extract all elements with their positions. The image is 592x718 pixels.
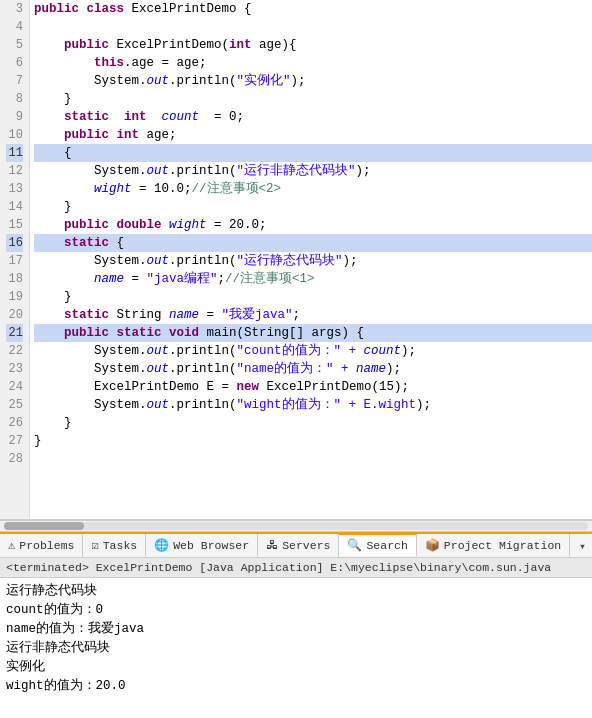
token-normal: System. — [34, 398, 147, 412]
bottom-panel: ⚠Problems☑Tasks🌐Web Browser🖧Servers🔍Sear… — [0, 532, 592, 710]
token-normal: .age = age; — [124, 56, 207, 70]
token-normal — [34, 308, 64, 322]
token-italic-var: out — [147, 398, 170, 412]
token-normal — [34, 236, 64, 250]
line-number: 4 — [6, 18, 23, 36]
line-number: 25 — [6, 396, 23, 414]
token-italic-var: wight — [169, 218, 207, 232]
code-line — [34, 18, 592, 36]
token-normal: ); — [343, 254, 358, 268]
token-normal: ExcelPrintDemo E = — [34, 380, 237, 394]
console-line: 运行静态代码块 — [6, 582, 586, 601]
token-string: "运行非静态代码块" — [237, 164, 356, 178]
scrollbar-track[interactable] — [4, 522, 588, 530]
tab-servers[interactable]: 🖧Servers — [258, 534, 339, 557]
line-number: 15 — [6, 216, 23, 234]
line-number: 6 — [6, 54, 23, 72]
token-italic-var: wight — [94, 182, 132, 196]
scrollbar-thumb[interactable] — [4, 522, 84, 530]
code-line: System.out.println("实例化"); — [34, 72, 592, 90]
token-normal: age){ — [252, 38, 297, 52]
token-string: "运行静态代码块" — [237, 254, 343, 268]
token-normal: main(String[] args) { — [199, 326, 364, 340]
line-number: 22 — [6, 342, 23, 360]
code-content[interactable]: public class ExcelPrintDemo { public Exc… — [30, 0, 592, 519]
token-normal: System. — [34, 164, 147, 178]
token-kw: public — [64, 326, 109, 340]
horizontal-scrollbar[interactable] — [0, 520, 592, 532]
token-normal: = 20.0; — [207, 218, 267, 232]
code-line: public class ExcelPrintDemo { — [34, 0, 592, 18]
token-normal: System. — [34, 254, 147, 268]
tab-webbrowser[interactable]: 🌐Web Browser — [146, 534, 258, 557]
token-normal: { — [109, 236, 124, 250]
token-normal — [34, 326, 64, 340]
tab-label-webbrowser: Web Browser — [173, 539, 249, 552]
line-number: 16 — [6, 234, 23, 252]
token-normal: ExcelPrintDemo(15); — [259, 380, 409, 394]
line-number: 19 — [6, 288, 23, 306]
line-number: 13 — [6, 180, 23, 198]
line-number: 11 — [6, 144, 23, 162]
tab-tasks[interactable]: ☑Tasks — [83, 534, 146, 557]
code-editor[interactable]: 3456789101112131415161718192021222324252… — [0, 0, 592, 520]
token-normal: } — [34, 416, 72, 430]
token-italic-var: name — [169, 308, 199, 322]
tab-label-problems: Problems — [19, 539, 74, 552]
token-normal — [34, 182, 94, 196]
line-number: 14 — [6, 198, 23, 216]
token-normal: ; — [218, 272, 226, 286]
token-normal — [109, 128, 117, 142]
token-italic-var: out — [147, 362, 170, 376]
token-italic-var: out — [147, 164, 170, 178]
code-line: static String name = "我爱java"; — [34, 306, 592, 324]
token-normal — [79, 2, 87, 16]
tab-problems[interactable]: ⚠Problems — [0, 534, 83, 557]
token-normal — [34, 272, 94, 286]
token-normal: .println( — [169, 164, 237, 178]
code-line — [34, 450, 592, 468]
token-kw: static — [64, 236, 109, 250]
token-normal: ExcelPrintDemo( — [109, 38, 229, 52]
token-italic-var: out — [147, 74, 170, 88]
line-number: 28 — [6, 450, 23, 468]
token-string: "实例化" — [237, 74, 291, 88]
tab-panel-menu-button[interactable]: ▾ — [573, 539, 592, 553]
token-normal — [147, 110, 162, 124]
token-kw: class — [87, 2, 125, 16]
token-string: "java编程" — [147, 272, 218, 286]
webbrowser-icon: 🌐 — [154, 538, 169, 553]
token-normal — [109, 326, 117, 340]
token-normal: System. — [34, 362, 147, 376]
code-line: } — [34, 414, 592, 432]
console-line: 运行非静态代码块 — [6, 639, 586, 658]
line-number: 23 — [6, 360, 23, 378]
token-string: "name的值为：" + — [237, 362, 357, 376]
line-number: 24 — [6, 378, 23, 396]
token-italic-var: out — [147, 344, 170, 358]
token-normal: System. — [34, 74, 147, 88]
token-kw: static — [64, 110, 109, 124]
editor-container: 3456789101112131415161718192021222324252… — [0, 0, 592, 532]
token-normal — [34, 128, 64, 142]
token-normal: .println( — [169, 398, 237, 412]
code-line: this.age = age; — [34, 54, 592, 72]
code-line: } — [34, 198, 592, 216]
tab-migration[interactable]: 📦Project Migration — [417, 534, 570, 557]
console-output: 运行静态代码块count的值为：0name的值为：我爱java运行非静态代码块实… — [0, 578, 592, 700]
token-kw: public — [64, 128, 109, 142]
search-icon: 🔍 — [347, 538, 362, 553]
token-normal: } — [34, 434, 42, 448]
tab-search[interactable]: 🔍Search — [339, 533, 416, 556]
token-kw: public — [64, 38, 109, 52]
tabs-bar: ⚠Problems☑Tasks🌐Web Browser🖧Servers🔍Sear… — [0, 532, 592, 558]
line-number: 26 — [6, 414, 23, 432]
token-normal: ); — [416, 398, 431, 412]
tab-label-migration: Project Migration — [444, 539, 561, 552]
line-number: 3 — [6, 0, 23, 18]
console-line: name的值为：我爱java — [6, 620, 586, 639]
token-normal: = 10.0; — [132, 182, 192, 196]
token-italic-var: count — [364, 344, 402, 358]
code-line: static int count = 0; — [34, 108, 592, 126]
token-normal — [109, 110, 124, 124]
